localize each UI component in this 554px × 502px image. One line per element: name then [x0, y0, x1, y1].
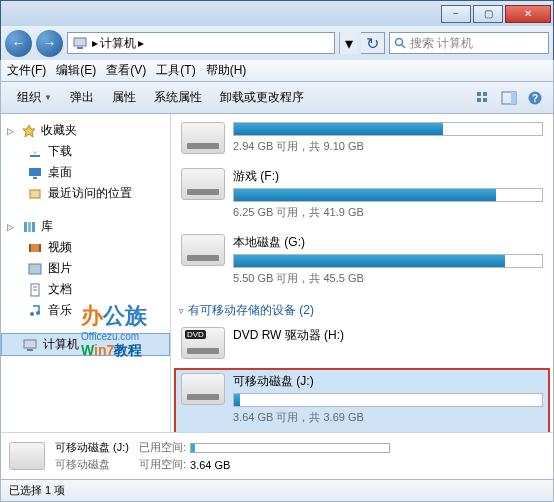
maximize-icon: ▢ — [484, 8, 493, 19]
svg-rect-6 — [477, 98, 481, 102]
svg-rect-0 — [74, 38, 86, 46]
computer-icon — [22, 337, 38, 353]
back-button[interactable]: ← — [5, 30, 32, 57]
search-input[interactable]: 搜索 计算机 — [389, 32, 549, 54]
drive-subtext: 5.50 GB 可用，共 45.5 GB — [233, 271, 543, 286]
arrow-right-icon: → — [43, 35, 57, 51]
uninstall-button[interactable]: 卸载或更改程序 — [212, 85, 312, 110]
navigation-pane: ▷ 收藏夹 下载 桌面 最近访问的位置 ▷ 库 — [1, 114, 171, 432]
drive-item[interactable]: 本地磁盘 (G:) 5.50 GB 可用，共 45.5 GB — [175, 230, 549, 296]
svg-point-29 — [30, 312, 34, 316]
document-icon — [27, 282, 43, 298]
menu-edit[interactable]: 编辑(E) — [56, 62, 96, 79]
maximize-button[interactable]: ▢ — [473, 5, 503, 23]
drive-item-removable-selected[interactable]: 可移动磁盘 (J:) 3.64 GB 可用，共 3.69 GB — [175, 369, 549, 432]
svg-marker-12 — [23, 125, 35, 137]
minimize-icon: − — [453, 8, 459, 19]
details-used-label: 已用空间: — [139, 440, 186, 455]
svg-text:?: ? — [532, 93, 538, 104]
system-properties-button[interactable]: 系统属性 — [146, 85, 210, 110]
sidebar-item-pictures[interactable]: 图片 — [1, 258, 170, 279]
svg-rect-5 — [483, 92, 487, 96]
hdd-icon — [181, 168, 225, 200]
refresh-button[interactable]: ↻ — [361, 32, 385, 54]
status-text: 已选择 1 项 — [9, 483, 65, 498]
svg-point-25 — [32, 265, 35, 268]
removable-icon — [181, 373, 225, 405]
svg-rect-22 — [29, 244, 31, 252]
drive-subtext: 6.25 GB 可用，共 41.9 GB — [233, 205, 543, 220]
close-button[interactable]: ✕ — [505, 5, 551, 23]
breadcrumb-root[interactable]: 计算机 — [100, 35, 136, 52]
arrow-left-icon: ← — [12, 35, 26, 51]
libraries-group[interactable]: ▷ 库 — [1, 216, 170, 237]
menu-tools[interactable]: 工具(T) — [156, 62, 195, 79]
hdd-icon — [181, 234, 225, 266]
section-removable[interactable]: ▿ 有可移动存储的设备 (2) — [175, 296, 549, 323]
close-icon: ✕ — [524, 8, 532, 19]
sidebar-item-desktop[interactable]: 桌面 — [1, 162, 170, 183]
details-pane: 可移动磁盘 (J:) 可移动磁盘 已用空间: 可用空间: 3.64 GB — [0, 432, 554, 480]
picture-icon — [27, 261, 43, 277]
search-icon — [394, 37, 406, 49]
details-name: 可移动磁盘 (J:) — [55, 440, 129, 455]
favorites-group[interactable]: ▷ 收藏夹 — [1, 120, 170, 141]
svg-rect-20 — [32, 222, 35, 232]
drive-item-dvd[interactable]: DVD RW 驱动器 (H:) — [175, 323, 549, 369]
sidebar-item-documents[interactable]: 文档 — [1, 279, 170, 300]
usage-bar — [233, 254, 543, 268]
details-avail-label: 可用空间: — [139, 457, 186, 472]
expand-icon: ▷ — [7, 126, 17, 136]
view-icon — [475, 90, 491, 106]
hdd-icon — [181, 122, 225, 154]
libraries-icon — [21, 219, 37, 235]
folder-view[interactable]: 2.94 GB 可用，共 9.10 GB 游戏 (F:) 6.25 GB 可用，… — [171, 114, 553, 432]
view-options-button[interactable] — [473, 88, 493, 108]
svg-point-30 — [36, 311, 40, 315]
sidebar-item-music[interactable]: 音乐 — [1, 300, 170, 321]
svg-rect-16 — [33, 177, 37, 179]
svg-rect-9 — [511, 92, 516, 104]
drive-title: 游戏 (F:) — [233, 168, 543, 185]
menu-file[interactable]: 文件(F) — [7, 62, 46, 79]
address-bar[interactable]: ▸ 计算机 ▸ — [67, 32, 335, 54]
breadcrumb-sep: ▸ — [92, 36, 98, 50]
usage-bar — [233, 188, 543, 202]
drive-title: DVD RW 驱动器 (H:) — [233, 327, 543, 344]
refresh-icon: ↻ — [366, 34, 379, 53]
properties-button[interactable]: 属性 — [104, 85, 144, 110]
svg-rect-19 — [28, 222, 31, 232]
eject-button[interactable]: 弹出 — [62, 85, 102, 110]
status-bar: 已选择 1 项 — [0, 480, 554, 502]
details-used-bar — [190, 443, 390, 453]
forward-button[interactable]: → — [36, 30, 63, 57]
address-dropdown[interactable]: ▾ — [339, 32, 357, 54]
desktop-icon — [27, 165, 43, 181]
drive-title: 可移动磁盘 (J:) — [233, 373, 543, 390]
drive-subtext: 2.94 GB 可用，共 9.10 GB — [233, 139, 543, 154]
drive-item[interactable]: 2.94 GB 可用，共 9.10 GB — [175, 118, 549, 164]
drive-item[interactable]: 游戏 (F:) 6.25 GB 可用，共 41.9 GB — [175, 164, 549, 230]
sidebar-item-videos[interactable]: 视频 — [1, 237, 170, 258]
menu-view[interactable]: 查看(V) — [106, 62, 146, 79]
sidebar-item-downloads[interactable]: 下载 — [1, 141, 170, 162]
svg-rect-32 — [27, 349, 33, 351]
organize-button[interactable]: 组织▼ — [9, 85, 60, 110]
window-titlebar: − ▢ ✕ — [0, 0, 554, 26]
svg-rect-13 — [30, 155, 40, 157]
details-type: 可移动磁盘 — [55, 457, 129, 472]
menu-help[interactable]: 帮助(H) — [206, 62, 247, 79]
sidebar-item-computer[interactable]: 计算机 — [1, 333, 170, 356]
chevron-down-icon: ▾ — [345, 34, 353, 53]
main-content: ▷ 收藏夹 下载 桌面 最近访问的位置 ▷ 库 — [0, 114, 554, 432]
preview-pane-button[interactable] — [499, 88, 519, 108]
svg-rect-31 — [24, 340, 36, 348]
help-button[interactable]: ? — [525, 88, 545, 108]
svg-rect-17 — [30, 190, 40, 198]
details-avail-value: 3.64 GB — [190, 459, 230, 471]
sidebar-item-recent[interactable]: 最近访问的位置 — [1, 183, 170, 204]
computer-icon — [72, 35, 88, 51]
recent-icon — [27, 186, 43, 202]
minimize-button[interactable]: − — [441, 5, 471, 23]
svg-rect-4 — [477, 92, 481, 96]
